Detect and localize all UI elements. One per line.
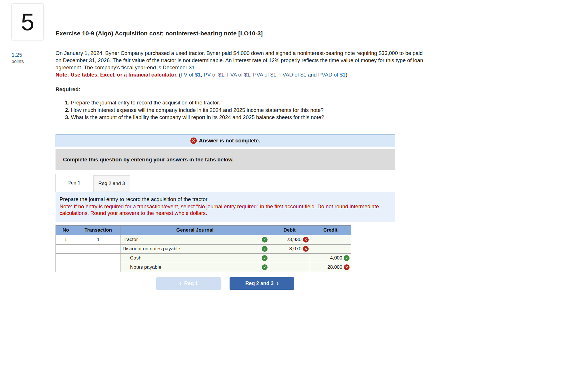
problem-body: On January 1, 2024, Byner Company purcha… [56,49,427,71]
question-number-card: 5 [12,3,44,40]
next-req-button[interactable]: Req 2 and 3 › [230,277,294,290]
requirement-text: What is the amount of the liability the … [71,114,324,120]
next-button-label: Req 2 and 3 [245,280,274,287]
requirement-text: How much interest expense will the compa… [71,107,324,113]
incorrect-icon: ✕ [190,138,197,144]
tab-label: Req 2 and 3 [98,181,125,186]
table-row: Notes payable ✓ 28,000 ✕ [56,263,351,272]
incorrect-icon: ✕ [303,246,309,252]
main-content: Exercise 10-9 (Algo) Acquisition cost; n… [56,0,435,290]
calculator-note-line: Note: Use tables, Excel, or a financial … [56,71,427,78]
debit-input-cell[interactable]: 8,070 ✕ [269,244,310,253]
correct-icon: ✓ [262,255,268,261]
credit-input-cell[interactable]: 28,000 ✕ [310,263,351,272]
debit-input-cell[interactable]: 23,930 ✕ [269,235,310,244]
transaction-cell: 1 [76,235,121,244]
links-punctuation: , [250,72,253,78]
credit-value: 4,000 [330,255,342,261]
debit-value: 8,070 [289,246,301,252]
account-name: Discount on notes payable [123,246,180,252]
credit-value: 28,000 [327,264,342,270]
requirement-panel: Prepare the journal entry to record the … [56,192,395,222]
tabs: Req 1 Req 2 and 3 [56,174,395,192]
table-row: 1 1 Tractor ✓ 23,930 ✕ [56,235,351,244]
instruction-banner-text: Complete this question by entering your … [63,157,234,163]
prev-req-button[interactable]: ‹ Req 1 [156,277,221,290]
links-punctuation: , [201,72,204,78]
account-select-cell[interactable]: Discount on notes payable ✓ [121,244,269,253]
links-punctuation: and [306,72,318,78]
no-cell: 1 [56,235,76,244]
status-banner: ✕ Answer is not complete. [56,134,395,147]
incorrect-icon: ✕ [344,264,350,270]
correct-icon: ✓ [262,246,268,252]
chevron-left-icon: ‹ [179,280,181,287]
requirement-text: Prepare the journal entry to record the … [71,100,220,106]
correct-icon: ✓ [262,264,268,270]
tab-label: Req 1 [67,180,80,186]
incorrect-icon: ✕ [303,237,309,243]
credit-input-cell[interactable] [310,235,351,244]
no-cell [56,244,76,253]
account-name: Notes payable [130,264,161,270]
credit-input-cell[interactable]: 4,000 ✓ [310,253,351,263]
no-cell [56,263,76,272]
points-value: 1.25 [12,52,24,58]
question-number: 5 [21,8,35,36]
account-select-cell[interactable]: Tractor ✓ [121,235,269,244]
account-select-cell[interactable]: Notes payable ✓ [121,263,269,272]
table-link[interactable]: PVA of $1 [253,72,276,78]
table-row: Cash ✓ 4,000 ✓ [56,253,351,263]
requirement-item: 3. What is the amount of the liability t… [65,114,435,121]
transaction-cell [76,253,121,263]
tab-req-1[interactable]: Req 1 [56,174,92,192]
page-title: Exercise 10-9 (Algo) Acquisition cost; n… [56,30,435,37]
footer-navigation: ‹ Req 1 Req 2 and 3 › [56,277,395,290]
column-header-no: No [56,225,76,235]
chevron-right-icon: › [276,280,278,287]
account-name: Cash [130,255,142,261]
table-link[interactable]: FVA of $1 [227,72,250,78]
prev-button-label: Req 1 [184,280,198,287]
journal-entry-table: No Transaction General Journal Debit Cre… [56,225,351,272]
credit-input-cell[interactable] [310,244,351,253]
points-label: points [12,59,24,64]
table-link[interactable]: FVAD of $1 [279,72,306,78]
requirement-number: 3. [65,114,69,120]
account-select-cell[interactable]: Cash ✓ [121,253,269,263]
column-header-debit: Debit [269,225,310,235]
requirement-item: 1. Prepare the journal entry to record t… [65,99,435,106]
table-links: (FV of $1, PV of $1, FVA of $1, PVA of $… [179,72,348,78]
correct-icon: ✓ [344,255,350,261]
table-link[interactable]: PV of $1 [204,72,224,78]
transaction-cell [76,244,121,253]
debit-value: 23,930 [287,237,301,243]
links-punctuation: , [276,72,279,78]
requirement-number: 2. [65,107,69,113]
table-link[interactable]: FV of $1 [181,72,201,78]
links-punctuation: ) [345,72,347,78]
journal-header-row: No Transaction General Journal Debit Cre… [56,225,351,235]
table-link[interactable]: PVAD of $1 [318,72,345,78]
panel-instruction: Prepare the journal entry to record the … [60,196,391,203]
calculator-note: Note: Use tables, Excel, or a financial … [56,72,178,78]
account-name: Tractor [123,237,138,243]
column-header-credit: Credit [310,225,351,235]
debit-input-cell[interactable] [269,263,310,272]
correct-icon: ✓ [262,237,268,243]
panel-note: Note: If no entry is required for a tran… [60,203,390,217]
requirement-item: 2. How much interest expense will the co… [65,106,435,114]
required-label: Required: [56,86,435,93]
status-banner-text: Answer is not complete. [199,138,260,144]
no-cell [56,253,76,263]
table-row: Discount on notes payable ✓ 8,070 ✕ [56,244,351,253]
points-box: 1.25 points [12,52,24,64]
column-header-general-journal: General Journal [121,225,269,235]
instruction-banner: Complete this question by entering your … [56,149,395,170]
requirements-list: 1. Prepare the journal entry to record t… [65,99,435,121]
transaction-cell [76,263,121,272]
debit-input-cell[interactable] [269,253,310,263]
requirement-number: 1. [65,100,69,106]
column-header-transaction: Transaction [76,225,121,235]
tab-req-2-and-3[interactable]: Req 2 and 3 [93,175,130,192]
